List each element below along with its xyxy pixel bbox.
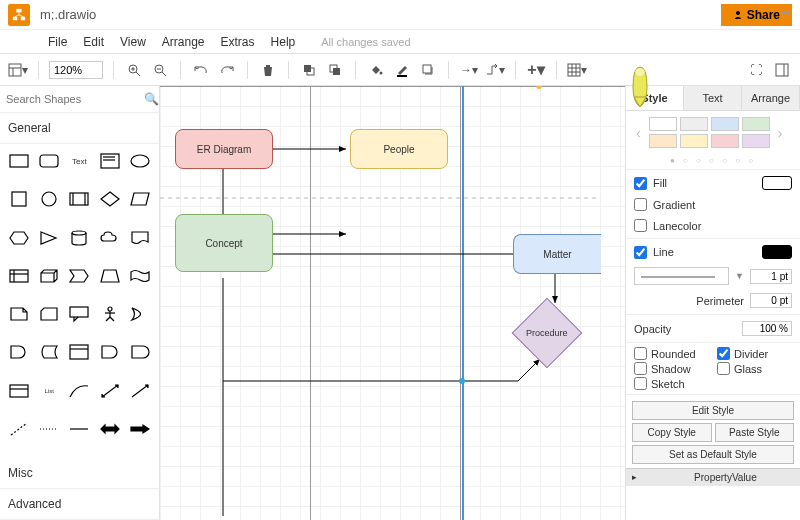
redo-icon[interactable] [217,60,237,80]
shape-cloud[interactable] [97,227,123,249]
line-color-icon[interactable] [392,60,412,80]
shape-parallel[interactable] [127,188,153,210]
rounded-checkbox[interactable] [634,347,647,360]
swatch-white[interactable] [649,117,677,131]
copy-style-button[interactable]: Copy Style [632,423,712,442]
shape-actor[interactable] [97,303,123,325]
zoom-out-icon[interactable] [150,60,170,80]
to-back-icon[interactable] [325,60,345,80]
shape-step[interactable] [66,265,92,287]
shape-trap[interactable] [97,265,123,287]
delete-icon[interactable] [258,60,278,80]
menu-help[interactable]: Help [271,35,296,49]
canvas[interactable]: ER Diagram People Concept Matter Procedu… [160,86,625,520]
shape-document[interactable] [127,227,153,249]
menu-edit[interactable]: Edit [83,35,104,49]
format-panel-icon[interactable] [772,60,792,80]
shape-half[interactable] [6,341,32,363]
view-mode-button[interactable]: ▾ [8,60,28,80]
node-er-diagram[interactable]: ER Diagram [175,129,273,169]
shape-arrow[interactable] [127,380,153,402]
menu-file[interactable]: File [48,35,67,49]
menu-extras[interactable]: Extras [221,35,255,49]
connection-point[interactable] [459,378,465,384]
shape-list[interactable] [6,380,32,402]
perimeter-input[interactable] [750,293,792,308]
node-procedure[interactable]: Procedure [512,298,583,369]
zoom-in-icon[interactable] [124,60,144,80]
tab-arrange[interactable]: Arrange [742,86,800,110]
fill-checkbox[interactable] [634,177,647,190]
fullscreen-icon[interactable]: ⛶ [746,60,766,80]
shadow-checkbox[interactable] [634,362,647,375]
shape-internal[interactable] [6,265,32,287]
shape-line[interactable] [66,418,92,440]
section-misc[interactable]: Misc [0,458,159,489]
line-width-input[interactable] [750,269,792,284]
shape-triangle[interactable] [36,227,62,249]
connection-icon[interactable]: →▾ [459,60,479,80]
node-matter[interactable]: Matter [513,234,601,274]
shape-cube[interactable] [36,265,62,287]
line-color-button[interactable] [762,245,792,259]
shape-dotted[interactable] [36,418,62,440]
shape-circle[interactable] [36,188,62,210]
file-title[interactable]: m;.drawio [40,7,96,22]
search-shapes-input[interactable] [6,93,144,105]
lanecolor-checkbox[interactable] [634,219,647,232]
property-table-header[interactable]: ▸ Property Value [626,468,800,486]
shape-bidir[interactable] [97,380,123,402]
line-style-select[interactable] [634,267,729,285]
shape-note[interactable] [6,303,32,325]
table-icon[interactable]: ▾ [567,60,587,80]
shape-container[interactable] [66,341,92,363]
swatch-blue[interactable] [711,117,739,131]
waypoint-icon[interactable]: ▾ [485,60,505,80]
shape-rect[interactable] [6,150,32,172]
shape-delay[interactable] [127,341,153,363]
swatch-grey[interactable] [680,117,708,131]
search-icon[interactable]: 🔍 [144,92,159,106]
shape-hexagon[interactable] [6,227,32,249]
shape-card[interactable] [36,303,62,325]
swatch-pager[interactable]: ● ○ ○ ○ ○ ○ ○ [626,154,800,167]
shape-and[interactable] [97,341,123,363]
glass-checkbox[interactable] [717,362,730,375]
sketch-checkbox[interactable] [634,377,647,390]
zoom-select[interactable] [49,61,103,79]
shape-curve[interactable] [66,380,92,402]
section-general[interactable]: General [0,113,159,144]
set-default-style-button[interactable]: Set as Default Style [632,445,794,464]
edit-style-button[interactable]: Edit Style [632,401,794,420]
divider-checkbox[interactable] [717,347,730,360]
opacity-input[interactable] [742,321,792,336]
paste-style-button[interactable]: Paste Style [715,423,795,442]
line-checkbox[interactable] [634,246,647,259]
menu-view[interactable]: View [120,35,146,49]
shape-process[interactable] [66,188,92,210]
swatch-orange[interactable] [649,134,677,148]
to-front-icon[interactable] [299,60,319,80]
swatch-prev-icon[interactable]: ‹ [632,125,645,141]
lane-handle[interactable] [536,86,542,89]
insert-icon[interactable]: +▾ [526,60,546,80]
shape-ellipse[interactable] [127,150,153,172]
shape-data[interactable] [36,341,62,363]
shape-text[interactable]: Text [66,150,92,172]
shape-dashed[interactable] [6,418,32,440]
shape-thick-arrow[interactable] [127,418,153,440]
node-concept[interactable]: Concept [175,214,273,272]
gradient-checkbox[interactable] [634,198,647,211]
fill-color-icon[interactable] [366,60,386,80]
shape-textbox[interactable] [97,150,123,172]
section-advanced[interactable]: Advanced [0,489,159,520]
shape-cylinder[interactable] [66,227,92,249]
shadow-icon[interactable] [418,60,438,80]
shape-thick-bidir[interactable] [97,418,123,440]
shape-callout[interactable] [66,303,92,325]
node-people[interactable]: People [350,129,448,169]
swatch-green[interactable] [742,117,770,131]
undo-icon[interactable] [191,60,211,80]
shape-tape[interactable] [127,265,153,287]
shape-list2[interactable]: List [36,380,62,402]
